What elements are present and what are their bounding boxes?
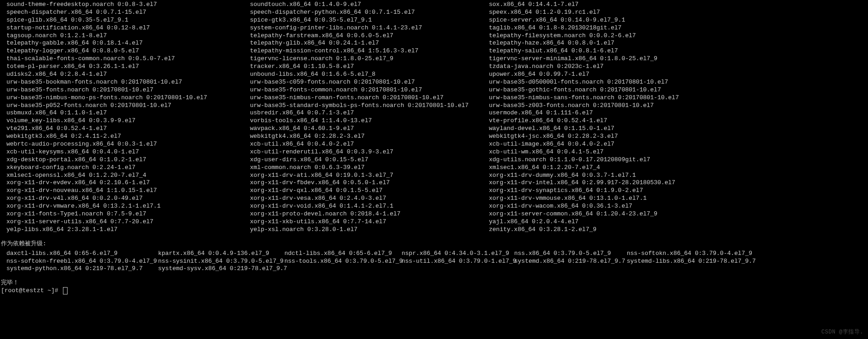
package-line: udisks2.x86_64 0:2.8.4-1.el7 <box>6 71 250 79</box>
package-line: usermode.x86_64 0:1.111-6.el7 <box>489 109 868 117</box>
package-line: xcb-util-keysyms.x86_64 0:0.4.0-1.el7 <box>6 148 250 156</box>
package-line: urw-base35-fonts.noarch 0:20170801-10.el… <box>6 86 250 94</box>
package-line: xorg-x11-drv-wacom.x86_64 0:0.36.1-3.el7 <box>489 203 868 210</box>
package-line: xorg-x11-drv-evdev.x86_64 0:2.10.6-1.el7 <box>6 179 250 187</box>
package-column-3: sox.x86_64 0:14.4.1-7.el7speex.x86_64 0:… <box>489 1 868 234</box>
package-line: sound-theme-freedesktop.noarch 0:0.8-3.e… <box>6 1 250 9</box>
package-line: unbound-libs.x86_64 0:1.6.6-5.el7_8 <box>250 71 489 79</box>
package-line: urw-base35-nimbus-sans-fonts.noarch 0:20… <box>489 94 868 102</box>
package-line: spice-glib.x86_64 0:0.35-5.el7_9.1 <box>6 17 250 24</box>
package-line: telepathy-logger.x86_64 0:0.8.0-5.el7 <box>6 47 250 55</box>
package-line: xorg-x11-drv-synaptics.x86_64 0:1.9.0-2.… <box>489 187 868 195</box>
package-line: xcb-util-wm.x86_64 0:0.4.1-5.el7 <box>489 148 868 156</box>
package-line: thai-scalable-fonts-common.noarch 0:0.5.… <box>6 55 250 63</box>
package-line: startup-notification.x86_64 0:0.12-8.el7 <box>6 24 250 32</box>
package-line: tigervnc-license.noarch 0:1.8.0-25.el7_9 <box>250 55 489 63</box>
package-line: vorbis-tools.x86_64 1:1.4.0-13.el7 <box>250 117 489 125</box>
package-line: urw-base35-fonts-common.noarch 0:2017080… <box>250 86 489 94</box>
dep-line: nss-util.x86_64 0:3.79.0-1.el7_9 <box>402 258 514 266</box>
shell-prompt[interactable]: [root@testzt ~]# <box>0 287 868 295</box>
package-line: telepathy-salut.x86_64 0:0.8.1-6.el7 <box>489 47 868 55</box>
package-line: upower.x86_64 0:0.99.7-1.el7 <box>489 71 868 79</box>
package-line: telepathy-farstream.x86_64 0:0.6.0-5.el7 <box>250 32 489 40</box>
dep-line: nss.x86_64 0:3.79.0-5.el7_9 <box>514 250 627 258</box>
package-line: tracker.x86_64 0:1.10.5-8.el7 <box>250 63 489 71</box>
package-line: yelp-libs.x86_64 2:3.28.1-1.el7 <box>6 226 250 234</box>
package-line: webrtc-audio-processing.x86_64 0:0.3-1.e… <box>6 141 250 148</box>
package-line: spice-server.x86_64 0:0.14.0-9.el7_9.1 <box>489 17 868 24</box>
dep-line: nss-softokn-freebl.x86_64 0:3.79.0-4.el7… <box>6 258 158 266</box>
package-line: wayland-devel.x86_64 0:1.15.0-1.el7 <box>489 125 868 133</box>
package-line: sox.x86_64 0:14.4.1-7.el7 <box>489 1 868 9</box>
package-line: urw-base35-c059-fonts.noarch 0:20170801-… <box>250 79 489 86</box>
package-line: usbmuxd.x86_64 0:1.1.0-1.el7 <box>6 109 250 117</box>
package-column-1: sound-theme-freedesktop.noarch 0:0.8-3.e… <box>6 1 250 234</box>
package-line: vte-profile.x86_64 0:0.52.4-1.el7 <box>489 117 868 125</box>
package-line: wavpack.x86_64 0:4.60.1-9.el7 <box>250 125 489 133</box>
package-line: xorg-x11-server-utils.x86_64 0:7.7-20.el… <box>6 218 250 226</box>
dep-line: kpartx.x86_64 0:0.4.9-136.el7_9 <box>158 250 284 258</box>
package-line: xorg-x11-proto-devel.noarch 0:2018.4-1.e… <box>250 210 489 218</box>
package-line: urw-base35-p052-fonts.noarch 0:20170801-… <box>6 102 250 110</box>
package-line: xcb-util-image.x86_64 0:0.4.0-2.el7 <box>489 141 868 148</box>
package-line: speech-dispatcher-python.x86_64 0:0.7.1-… <box>250 9 489 17</box>
package-line: telepathy-glib.x86_64 0:0.24.1-1.el7 <box>250 40 489 47</box>
package-line: telepathy-mission-control.x86_64 1:5.16.… <box>250 47 489 55</box>
dep-line: nss-sysinit.x86_64 0:3.79.0-5.el7_9 <box>158 258 284 266</box>
package-line: webkitgtk3.x86_64 0:2.4.11-2.el7 <box>6 133 250 141</box>
package-line: urw-base35-nimbus-mono-ps-fonts.noarch 0… <box>6 94 250 102</box>
package-line: spice-gtk3.x86_64 0:0.35-5.el7_9.1 <box>250 17 489 24</box>
package-line: xorg-x11-drv-ati.x86_64 0:19.0.1-3.el7_7 <box>250 172 489 180</box>
dep-line: nss-tools.x86_64 0:3.79.0-5.el7_9 <box>284 258 402 266</box>
package-line: telepathy-gabble.x86_64 0:0.18.1-4.el7 <box>6 40 250 47</box>
package-line: xorg-x11-drv-fbdev.x86_64 0:0.5.0-1.el7 <box>250 179 489 187</box>
package-line: tigervnc-server-minimal.x86_64 0:1.8.0-2… <box>489 55 868 63</box>
package-line: xdg-utils.noarch 0:1.1.0-0.17.20120809gi… <box>489 156 868 164</box>
package-line: xmlsec1.x86_64 0:1.2.20-7.el7_4 <box>489 164 868 172</box>
package-line: urw-base35-nimbus-roman-fonts.noarch 0:2… <box>250 94 489 102</box>
package-line: xorg-x11-drv-vmware.x86_64 0:13.2.1-1.el… <box>6 203 250 210</box>
package-line: xorg-x11-drv-nouveau.x86_64 1:1.0.15-1.e… <box>6 187 250 195</box>
dep-line: daxctl-libs.x86_64 0:65-6.el7_9 <box>6 250 158 258</box>
dep-line: ndctl-libs.x86_64 0:65-6.el7_9 <box>284 250 402 258</box>
package-line: xorg-x11-drv-vesa.x86_64 0:2.4.0-3.el7 <box>250 195 489 203</box>
package-line: speex.x86_64 0:1.2-0.19.rc1.el7 <box>489 9 868 17</box>
dep-line: nss-softokn.x86_64 0:3.79.0-4.el7_9 <box>627 250 778 258</box>
prompt-text: [root@testzt ~]# <box>1 288 62 294</box>
package-line: soundtouch.x86_64 0:1.4.0-9.el7 <box>250 1 489 9</box>
package-line: urw-base35-standard-symbols-ps-fonts.noa… <box>250 102 489 110</box>
package-line: xorg-x11-drv-qxl.x86_64 0:0.1.5-5.el7 <box>250 187 489 195</box>
package-line: webkitgtk4.x86_64 0:2.28.2-3.el7 <box>250 133 489 141</box>
package-line: yelp-xsl.noarch 0:3.28.0-1.el7 <box>250 226 489 234</box>
package-line: urw-base35-z003-fonts.noarch 0:20170801-… <box>489 102 868 110</box>
package-line: xorg-x11-drv-void.x86_64 0:1.4.1-2.el7.1 <box>250 203 489 210</box>
package-line: xorg-x11-drv-v4l.x86_64 0:0.2.0-49.el7 <box>6 195 250 203</box>
package-line: taglib.x86_64 0:1.8-8.20130218git.el7 <box>489 24 868 32</box>
package-line: zenity.x86_64 0:3.28.1-2.el7_9 <box>489 226 868 234</box>
package-line: xdg-desktop-portal.x86_64 0:1.0.2-1.el7 <box>6 156 250 164</box>
package-line: xorg-x11-drv-intel.x86_64 0:2.99.917-28.… <box>489 179 868 187</box>
package-list-columns: sound-theme-freedesktop.noarch 0:0.8-3.e… <box>0 0 868 234</box>
package-line: xcb-util-renderutil.x86_64 0:0.3.9-3.el7 <box>250 148 489 156</box>
cursor-icon <box>63 287 68 294</box>
package-line: volume_key-libs.x86_64 0:0.3.9-9.el7 <box>6 117 250 125</box>
complete-label: 完毕！ <box>0 279 868 287</box>
dep-line: systemd.x86_64 0:219-78.el7_9.7 <box>514 258 627 266</box>
deps-list: daxctl-libs.x86_64 0:65-6.el7_9kpartx.x8… <box>0 250 868 273</box>
package-line: xdg-user-dirs.x86_64 0:0.15-5.el7 <box>250 156 489 164</box>
package-line: telepathy-filesystem.noarch 0:0.0.2-6.el… <box>489 32 868 40</box>
package-line: vte291.x86_64 0:0.52.4-1.el7 <box>6 125 250 133</box>
package-line: tagsoup.noarch 0:1.2.1-8.el7 <box>6 32 250 40</box>
package-line: xorg-x11-fonts-Type1.noarch 0:7.5-9.el7 <box>6 210 250 218</box>
dep-line: systemd-sysv.x86_64 0:219-78.el7_9.7 <box>158 265 284 273</box>
package-line: totem-pl-parser.x86_64 0:3.26.1-1.el7 <box>6 63 250 71</box>
package-line: speech-dispatcher.x86_64 0:0.7.1-15.el7 <box>6 9 250 17</box>
package-line: xkeyboard-config.noarch 0:2.24-1.el7 <box>6 164 250 172</box>
dep-line: nspr.x86_64 0:4.34.0-3.1.el7_9 <box>402 250 514 258</box>
package-line: system-config-printer-libs.noarch 0:1.4.… <box>250 24 489 32</box>
package-line: telepathy-haze.x86_64 0:0.8.0-1.el7 <box>489 40 868 47</box>
package-line: xorg-x11-xkb-utils.x86_64 0:7.7-14.el7 <box>250 218 489 226</box>
dep-line: systemd-python.x86_64 0:219-78.el7_9.7 <box>6 265 158 273</box>
dep-line: systemd-libs.x86_64 0:219-78.el7_9.7 <box>627 258 778 266</box>
package-line: usbredir.x86_64 0:0.7.1-3.el7 <box>250 109 489 117</box>
